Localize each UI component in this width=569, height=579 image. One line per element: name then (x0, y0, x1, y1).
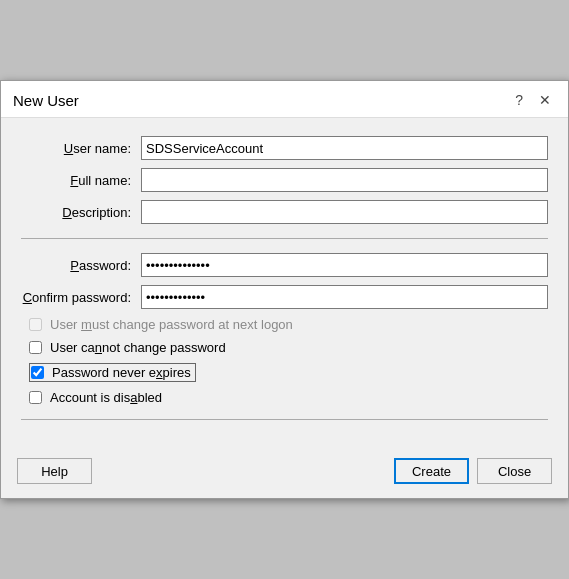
cannot-change-checkbox[interactable] (29, 341, 42, 354)
dialog-content: User name: Full name: Description: Passw… (1, 118, 568, 448)
dialog-footer: Help Create Close (1, 448, 568, 498)
create-button[interactable]: Create (394, 458, 469, 484)
never-expires-row: Password never expires (21, 363, 548, 382)
password-label: Password: (21, 258, 141, 273)
account-disabled-label: Account is disabled (50, 390, 162, 405)
cannot-change-row: User cannot change password (21, 340, 548, 355)
title-buttons: ? ✕ (510, 91, 556, 109)
confirm-password-label: Confirm password: (21, 290, 141, 305)
divider-2 (21, 419, 548, 420)
divider-1 (21, 238, 548, 239)
never-expires-highlight: Password never expires (29, 363, 196, 382)
confirm-password-row: Confirm password: (21, 285, 548, 309)
fullname-input[interactable] (141, 168, 548, 192)
fullname-label: Full name: (21, 173, 141, 188)
description-input[interactable] (141, 200, 548, 224)
title-bar: New User ? ✕ (1, 81, 568, 118)
footer-left: Help (17, 458, 92, 484)
help-title-button[interactable]: ? (510, 91, 528, 109)
close-button[interactable]: Close (477, 458, 552, 484)
description-label: Description: (21, 205, 141, 220)
never-expires-label: Password never expires (52, 365, 191, 380)
username-input[interactable] (141, 136, 548, 160)
username-row: User name: (21, 136, 548, 160)
must-change-label: User must change password at next logon (50, 317, 293, 332)
fullname-row: Full name: (21, 168, 548, 192)
account-disabled-checkbox[interactable] (29, 391, 42, 404)
must-change-row: User must change password at next logon (21, 317, 548, 332)
dialog-title: New User (13, 92, 79, 109)
new-user-dialog: New User ? ✕ User name: Full name: Descr… (0, 80, 569, 499)
never-expires-checkbox[interactable] (31, 366, 44, 379)
password-input[interactable] (141, 253, 548, 277)
confirm-password-input[interactable] (141, 285, 548, 309)
description-row: Description: (21, 200, 548, 224)
must-change-checkbox[interactable] (29, 318, 42, 331)
help-button[interactable]: Help (17, 458, 92, 484)
account-disabled-row: Account is disabled (21, 390, 548, 405)
cannot-change-label: User cannot change password (50, 340, 226, 355)
close-title-button[interactable]: ✕ (534, 91, 556, 109)
password-row: Password: (21, 253, 548, 277)
username-label: User name: (21, 141, 141, 156)
